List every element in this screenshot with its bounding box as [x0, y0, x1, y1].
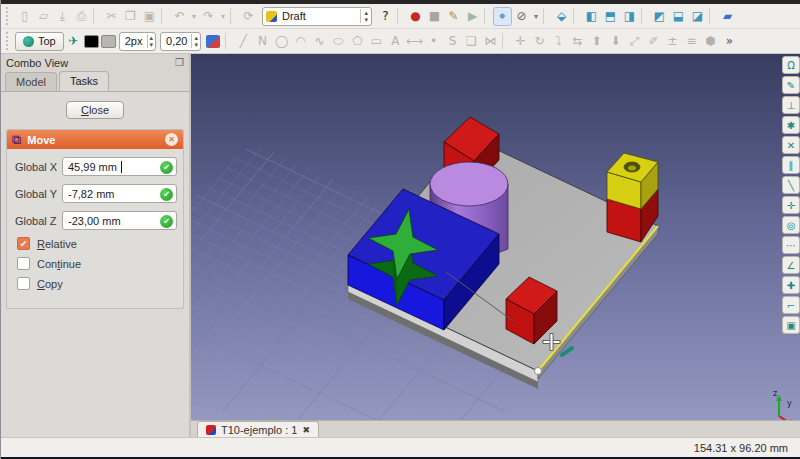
view-axonometric-button[interactable]: ⬙ — [552, 7, 571, 26]
redo-dropdown[interactable]: ▾ — [218, 7, 228, 26]
draft-wireframe-button[interactable]: ≡ — [682, 32, 701, 51]
line-width-arrows[interactable]: ▴▾ — [147, 34, 154, 48]
snap-special-button[interactable]: ✚ — [782, 276, 800, 294]
toolbar-grip[interactable] — [6, 7, 12, 25]
line-color-swatch[interactable] — [84, 35, 99, 48]
draft-point-button[interactable]: • — [424, 32, 443, 51]
open-file-button[interactable]: ▱ — [34, 7, 53, 26]
draft-edit-button[interactable]: ✐ — [644, 32, 663, 51]
toolbar-overflow-button[interactable]: » — [720, 32, 739, 51]
snap-toolbar: Ω✎⊥✱✕∥╲✛◎⋯∠✚⌐▣ — [782, 56, 800, 334]
document-tab[interactable]: T10-ejemplo : 1 ✖ — [197, 421, 319, 437]
draft-mirror-button[interactable]: ⋈ — [481, 32, 500, 51]
snap-working-plane-button[interactable]: ▣ — [782, 316, 800, 334]
draft-text-button[interactable]: A — [386, 32, 405, 51]
draft-rectangle-button[interactable]: ▭ — [367, 32, 386, 51]
draw-style-dropdown[interactable]: ▾ — [531, 7, 541, 26]
freecad-document-icon — [206, 425, 216, 435]
snap-endpoint-button[interactable]: ✎ — [782, 76, 800, 94]
working-plane-button[interactable]: Top — [15, 32, 64, 51]
draft-facebinder-button[interactable]: ❑ — [462, 32, 481, 51]
view-left-button[interactable]: ◪ — [688, 7, 707, 26]
macro-record-button[interactable]: ● — [406, 7, 425, 26]
draft-line-button[interactable]: ╱ — [234, 32, 253, 51]
snap-parallel-button[interactable]: ∥ — [782, 156, 800, 174]
zoom-fit-all-button[interactable]: ⌖ — [493, 7, 512, 26]
global-x-field[interactable]: ✔ — [62, 157, 177, 176]
snap-extension-button[interactable]: ⋯ — [782, 236, 800, 254]
snap-ortho-button[interactable]: ✛ — [782, 196, 800, 214]
new-document-button[interactable]: ▯ — [15, 7, 34, 26]
draft-dimension-button[interactable]: ⟷ — [405, 32, 424, 51]
close-tab-icon[interactable]: ✖ — [302, 425, 310, 435]
copy-button[interactable]: ❐ — [121, 7, 140, 26]
draft-arc-button[interactable]: ◠ — [291, 32, 310, 51]
paste-button[interactable]: ▣ — [140, 7, 159, 26]
tab-tasks[interactable]: Tasks — [59, 71, 109, 91]
global-y-field[interactable]: ✔ — [62, 184, 177, 203]
relative-checkbox[interactable]: ✔ — [17, 237, 30, 250]
draft-ellipse-button[interactable]: ⬭ — [329, 32, 348, 51]
copy-checkbox[interactable] — [17, 277, 30, 290]
float-panel-icon[interactable]: ❐ — [175, 57, 184, 68]
draft-bspline-button[interactable]: S — [443, 32, 462, 51]
workbench-selector[interactable]: Draft ▴▾ — [262, 7, 372, 26]
draft-upgrade-button[interactable]: ⬆ — [587, 32, 606, 51]
macro-run-button[interactable]: ▶ — [463, 7, 482, 26]
autogroup-icon[interactable] — [206, 35, 220, 48]
move-task-close-icon[interactable]: ✕ — [165, 133, 178, 146]
line-width-spinbox[interactable]: 2px ▴▾ — [119, 32, 156, 51]
combo-view-panel: Combo View ❐ Model Tasks Close ⧉ Move ✕ … — [1, 54, 191, 437]
view-bottom-button[interactable]: ⬓ — [669, 7, 688, 26]
separator — [502, 33, 509, 49]
draft-offset-button[interactable]: ⤵ — [549, 32, 568, 51]
undo-button[interactable]: ↶ — [170, 7, 189, 26]
draft-wire-button[interactable]: N — [253, 32, 272, 51]
tab-model[interactable]: Model — [5, 72, 57, 91]
snap-grid-button[interactable]: ✱ — [782, 116, 800, 134]
3d-viewport[interactable]: z y x Ω✎⊥✱✕∥╲✛◎⋯∠✚⌐▣ — [191, 54, 800, 420]
face-color-swatch[interactable] — [101, 35, 116, 48]
view-right-button[interactable]: ◨ — [620, 7, 639, 26]
refresh-button[interactable]: ⟳ — [239, 7, 258, 26]
draft-bezier-button[interactable]: ∿ — [310, 32, 329, 51]
draft-scale-button[interactable]: ⤢ — [625, 32, 644, 51]
draft-rotate-button[interactable]: ↻ — [530, 32, 549, 51]
measure-tool-button[interactable]: ▰ — [718, 7, 737, 26]
draft-circle-button[interactable]: ◯ — [272, 32, 291, 51]
workbench-selector-arrows[interactable]: ▴▾ — [360, 9, 368, 23]
print-button[interactable]: ⎙ — [72, 7, 91, 26]
snap-dimensions-button[interactable]: ⌐ — [782, 296, 800, 314]
pattern-scale-arrows[interactable]: ▴▾ — [191, 34, 198, 48]
draw-style-button[interactable]: ⊘ — [512, 7, 531, 26]
view-top-button[interactable]: ⬒ — [601, 7, 620, 26]
redo-button[interactable]: ↷ — [199, 7, 218, 26]
snap-intersection-button[interactable]: ✕ — [782, 136, 800, 154]
draft-move-button[interactable]: ✛ — [511, 32, 530, 51]
snap-near-button[interactable]: ╲ — [782, 176, 800, 194]
draft-downgrade-button[interactable]: ⬇ — [606, 32, 625, 51]
snap-perpendicular-button[interactable]: ⊥ — [782, 96, 800, 114]
snap-center-button[interactable]: ◎ — [782, 216, 800, 234]
view-rear-button[interactable]: ◩ — [650, 7, 669, 26]
macro-stop-button[interactable]: ■ — [425, 7, 444, 26]
save-button[interactable]: ⤓ — [53, 7, 72, 26]
cut-button[interactable]: ✂ — [102, 7, 121, 26]
draft-trimex-button[interactable]: ⇆ — [568, 32, 587, 51]
draft-polygon-button[interactable]: ⬠ — [348, 32, 367, 51]
draft-shape-button[interactable]: ⬢ — [701, 32, 720, 51]
text-caret — [121, 161, 122, 173]
whats-this-button[interactable]: ? — [376, 7, 395, 26]
close-task-button[interactable]: Close — [66, 101, 124, 119]
view-front-button[interactable]: ◧ — [582, 7, 601, 26]
snap-lock-button[interactable]: Ω — [782, 56, 800, 74]
pattern-scale-spinbox[interactable]: 0,20 ▴▾ — [160, 32, 201, 51]
global-z-field[interactable]: ✔ — [62, 211, 177, 230]
continue-checkbox[interactable] — [17, 257, 30, 270]
toolbar-grip[interactable] — [6, 32, 12, 50]
snap-angle-button[interactable]: ∠ — [782, 256, 800, 274]
draft-apply-style-button[interactable]: ± — [663, 32, 682, 51]
macro-edit-button[interactable]: ✎ — [444, 7, 463, 26]
set-style-icon[interactable]: ✈ — [64, 32, 83, 51]
undo-dropdown[interactable]: ▾ — [189, 7, 199, 26]
